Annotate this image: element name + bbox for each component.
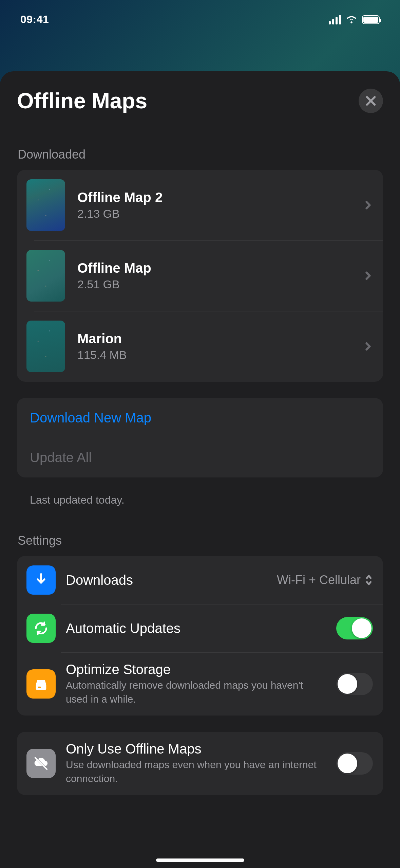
update-all-button: Update All	[17, 438, 383, 477]
cloud-slash-icon	[26, 749, 56, 778]
automatic-updates-toggle[interactable]	[336, 617, 373, 639]
battery-icon	[362, 15, 380, 24]
downloads-value-text: Wi-Fi + Cellular	[277, 573, 361, 587]
only-offline-toggle[interactable]	[336, 752, 373, 775]
chevron-right-icon	[363, 271, 373, 281]
downloads-title: Downloads	[66, 573, 267, 588]
downloads-value: Wi-Fi + Cellular	[277, 573, 373, 587]
automatic-updates-row: Automatic Updates	[17, 604, 383, 652]
map-row[interactable]: Offline Map 2 2.13 GB	[17, 170, 383, 240]
map-name-label: Offline Map	[77, 260, 351, 276]
map-row[interactable]: Offline Map 2.51 GB	[17, 240, 383, 311]
map-size-label: 115.4 MB	[77, 348, 351, 362]
map-size-label: 2.51 GB	[77, 278, 351, 291]
storage-icon	[26, 669, 56, 699]
status-indicators	[329, 15, 380, 25]
download-new-map-button[interactable]: Download New Map	[17, 398, 383, 438]
status-bar: 09:41	[0, 0, 400, 34]
map-name-label: Marion	[77, 331, 351, 346]
chevron-right-icon	[363, 342, 373, 351]
map-thumbnail-icon	[26, 179, 65, 231]
downloaded-maps-group: Offline Map 2 2.13 GB Offline Map 2.51 G…	[17, 170, 383, 382]
home-indicator[interactable]	[156, 858, 244, 862]
only-offline-title: Only Use Offline Maps	[66, 741, 326, 757]
settings-group-2: Only Use Offline Maps Use downloaded map…	[17, 732, 383, 795]
download-arrow-icon	[26, 565, 56, 595]
cellular-signal-icon	[329, 15, 341, 24]
downloads-setting-row[interactable]: Downloads Wi-Fi + Cellular	[17, 556, 383, 604]
only-offline-row: Only Use Offline Maps Use downloaded map…	[17, 732, 383, 795]
settings-section-label: Settings	[18, 534, 383, 548]
svg-rect-0	[38, 687, 41, 688]
automatic-updates-title: Automatic Updates	[66, 621, 326, 636]
settings-group-1: Downloads Wi-Fi + Cellular Automatic Upd…	[17, 556, 383, 716]
actions-group: Download New Map Update All	[17, 398, 383, 477]
close-icon	[365, 95, 377, 107]
up-down-chevron-icon	[365, 574, 373, 586]
offline-maps-sheet: Offline Maps Downloaded Offline Map 2 2.…	[0, 71, 400, 868]
wifi-icon	[346, 15, 357, 25]
refresh-icon	[26, 614, 56, 643]
optimize-storage-row: Optimize Storage Automatically remove do…	[17, 652, 383, 716]
only-offline-sub: Use downloaded maps even when you have a…	[66, 758, 326, 785]
map-thumbnail-icon	[26, 250, 65, 302]
optimize-storage-sub: Automatically remove downloaded maps you…	[66, 679, 326, 706]
chevron-right-icon	[363, 200, 373, 210]
close-button[interactable]	[359, 89, 383, 113]
map-thumbnail-icon	[26, 321, 65, 372]
map-name-label: Offline Map 2	[77, 190, 351, 205]
optimize-storage-title: Optimize Storage	[66, 662, 326, 677]
map-size-label: 2.13 GB	[77, 207, 351, 220]
page-title: Offline Maps	[17, 88, 147, 113]
downloaded-section-label: Downloaded	[18, 147, 383, 162]
map-row[interactable]: Marion 115.4 MB	[17, 311, 383, 382]
last-updated-label: Last updated today.	[17, 494, 383, 534]
optimize-storage-toggle[interactable]	[336, 673, 373, 695]
status-time: 09:41	[20, 13, 49, 26]
